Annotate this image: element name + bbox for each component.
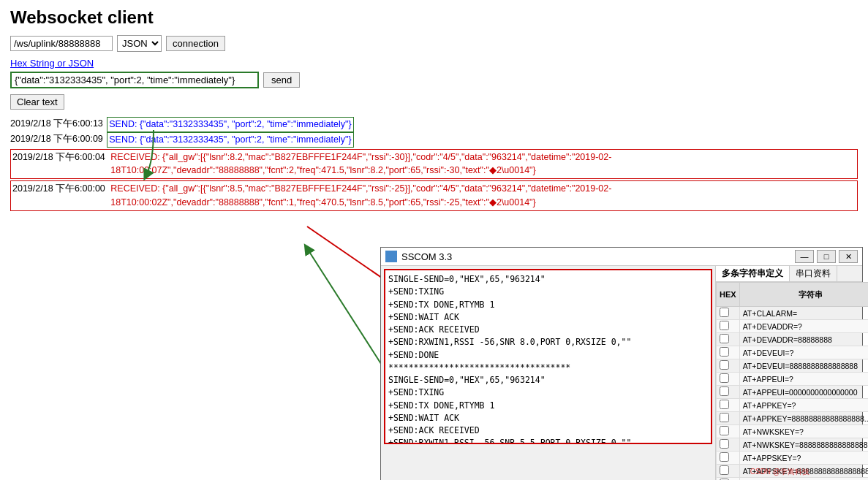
sscom-body: SINGLE-SEND=0,"HEX",65,"963214" +SEND:TX… (381, 266, 862, 480)
table-cell-str: AT+NWKSKEY=88888888888888888... (739, 438, 868, 452)
table-row: AT+NWKSKEY=?10 (717, 425, 869, 438)
table-row: AT+NWKSKEY=88888888888888888...11 (717, 438, 869, 452)
sscom-minimize-button[interactable]: — (795, 250, 814, 263)
hex-checkbox[interactable] (720, 334, 729, 343)
table-cell-hex (717, 307, 740, 320)
terminal-line: SINGLE-SEND=0,"HEX",65,"963214" (388, 273, 708, 286)
log-line: 2019/2/18 下午6:00:00 RECEIVED: {"all_gw":… (10, 180, 858, 211)
table-cell-hex (717, 452, 740, 465)
sscom-restore-button[interactable]: □ (817, 250, 836, 263)
sscom-window: SSCOM 3.3 — □ ✕ SINGLE-SEND=0,"HEX",65,"… (380, 247, 863, 480)
table-row: AT+CLALARM=1 (717, 307, 869, 320)
table-cell-hex (717, 386, 740, 399)
hex-checkbox[interactable] (720, 321, 729, 330)
table-cell-hex (717, 478, 740, 481)
sscom-tab-multistr[interactable]: 多条字符串定义 (716, 266, 790, 281)
terminal-line: +SEND:ACK RECEIVED (388, 324, 708, 336)
table-cell-hex (717, 359, 740, 373)
hex-checkbox[interactable] (720, 347, 729, 357)
table-row: AT+APPKEY=88888888888888888...9 (717, 412, 869, 425)
csdn-watermark: CSDN @学嵩科技 (750, 467, 809, 477)
log-area: 2019/2/18 下午6:00:13 SEND: {"data":"31323… (10, 117, 858, 211)
table-cell-hex (717, 425, 740, 438)
sscom-close-button[interactable]: ✕ (839, 250, 858, 263)
hex-checkbox[interactable] (720, 373, 729, 383)
send-input[interactable] (10, 72, 259, 88)
table-cell-hex (717, 399, 740, 412)
log-line: 2019/2/18 下午6:00:04 RECEIVED: {"all_gw":… (10, 149, 858, 180)
table-cell-hex (717, 412, 740, 425)
table-row: AT+DEVEUI=88888888888888885 (717, 359, 869, 373)
log-timestamp: 2019/2/18 下午6:00:00 (12, 182, 107, 210)
table-row: AT+APPEUI=00000000000000007 (717, 386, 869, 399)
table-row: AT+DEVEUI=?4 (717, 346, 869, 359)
table-cell-hex (717, 320, 740, 333)
log-message-recv: RECEIVED: {"all_gw":[{"lsnr":8.5,"mac":"… (109, 182, 856, 210)
hex-label: Hex String or JSON (10, 58, 858, 69)
table-row: AT+APPEUI=?6 (717, 373, 869, 386)
table-row: AT+APPSKEY=?12 (717, 452, 869, 465)
table-cell-str: AT+APPEUI=0000000000000000 (739, 386, 868, 399)
table-row: AT+APPKEY=?8 (717, 399, 869, 412)
terminal-line: +SEND:DONE (388, 349, 708, 362)
table-cell-hex (717, 438, 740, 452)
table-row: AT+DEVADDR=?2 (717, 320, 869, 333)
terminal-line: +SEND:TX DONE,RTYMB 1 (388, 299, 708, 311)
hex-checkbox[interactable] (720, 308, 729, 317)
send-button[interactable]: send (263, 72, 300, 88)
log-timestamp: 2019/2/18 下午6:00:13 (10, 117, 105, 132)
sscom-title: SSCOM 3.3 (401, 251, 452, 262)
hex-checkbox[interactable] (720, 386, 729, 396)
terminal-line: ************************************ (388, 362, 708, 374)
table-cell-hex (717, 333, 740, 346)
hex-checkbox[interactable] (720, 426, 729, 435)
terminal-line: +SEND:WAIT ACK (388, 311, 708, 324)
table-cell-str: AT+APPKEY=? (739, 399, 868, 412)
table-row: 14 (717, 478, 869, 481)
table-cell-str (739, 478, 868, 481)
sscom-title-controls: — □ ✕ (795, 250, 858, 263)
hex-checkbox[interactable] (720, 400, 729, 409)
terminal-line: +SEND:RXWIN1,RSSI -56,SNR 8.0,PORT 0,RXS… (388, 336, 708, 348)
log-message-send: SEND: {"data":"3132333435", "port":2, "t… (107, 132, 353, 148)
hex-checkbox[interactable] (720, 452, 729, 462)
connection-button[interactable]: connection (166, 36, 225, 51)
sscom-tab-serial[interactable]: 串口资料 (790, 266, 837, 281)
terminal-line: +SEND:RXWIN1,RSSI -56,SNR 5.5,PORT 0,RXS… (388, 437, 708, 444)
log-message-send: SEND: {"data":"3132333435", "port":2, "t… (107, 117, 353, 132)
table-cell-str: AT+DEVEUI=? (739, 346, 868, 359)
table-cell-str: AT+APPEUI=? (739, 373, 868, 386)
table-cell-str: AT+APPKEY=88888888888888888... (739, 412, 868, 425)
table-header-hex: HEX (717, 283, 740, 307)
table-cell-str: AT+NWKSKEY=? (739, 425, 868, 438)
sscom-terminal[interactable]: SINGLE-SEND=0,"HEX",65,"963214" +SEND:TX… (384, 269, 712, 444)
clear-text-button[interactable]: Clear text (10, 94, 64, 110)
hex-checkbox[interactable] (720, 439, 729, 449)
table-cell-hex (717, 346, 740, 359)
hex-checkbox[interactable] (720, 465, 729, 475)
table-cell-str: AT+APPSKEY=? (739, 452, 868, 465)
terminal-line: +SEND:TXING (388, 386, 708, 399)
table-cell-str: AT+CLALARM= (739, 307, 868, 320)
table-cell-hex (717, 465, 740, 478)
log-line: 2019/2/18 下午6:00:13 SEND: {"data":"31323… (10, 117, 858, 132)
table-cell-str: AT+DEVEUI=8888888888888888 (739, 359, 868, 373)
log-timestamp: 2019/2/18 下午6:00:04 (12, 151, 107, 178)
top-bar: JSON Text connection (10, 35, 858, 52)
log-message-recv: RECEIVED: {"all_gw":[{"lsnr":8.2,"mac":"… (109, 151, 856, 178)
hex-checkbox[interactable] (720, 413, 729, 422)
table-cell-str: AT+DEVADDR=? (739, 320, 868, 333)
terminal-line: +SEND:TX DONE,RTYMB 1 (388, 400, 708, 412)
hex-checkbox[interactable] (720, 360, 729, 370)
sscom-command-table: HEX 字符串 发送 AT+CLALARM=1AT+DEVADDR=?2AT+D… (716, 282, 868, 480)
sscom-titlebar: SSCOM 3.3 — □ ✕ (381, 248, 862, 266)
log-line: 2019/2/18 下午6:00:09 SEND: {"data":"31323… (10, 132, 858, 148)
url-input[interactable] (10, 36, 113, 51)
table-cell-str: AT+DEVADDR=88888888 (739, 333, 868, 346)
terminal-line: +SEND:ACK RECEIVED (388, 424, 708, 437)
table-header-str: 字符串 (739, 283, 868, 307)
send-bar: send (10, 72, 858, 88)
format-select[interactable]: JSON Text (117, 35, 162, 52)
sscom-title-left: SSCOM 3.3 (385, 251, 452, 262)
terminal-line: +SEND:WAIT ACK (388, 412, 708, 424)
